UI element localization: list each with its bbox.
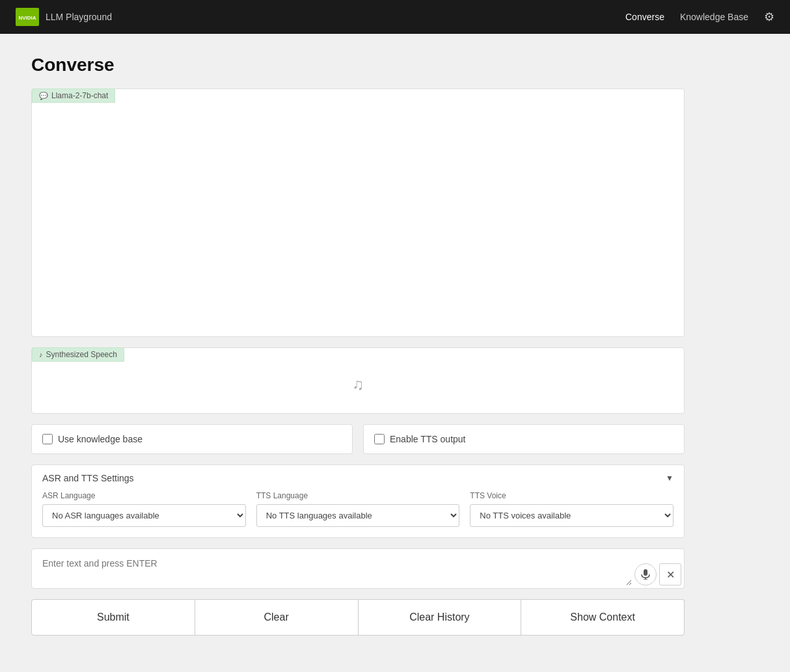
logo-box: NVIDIA	[16, 8, 39, 26]
settings-header[interactable]: ASR and TTS Settings ▼	[32, 465, 684, 491]
header-left: NVIDIA LLM Playground	[16, 8, 112, 26]
tts-voice-label: TTS Voice	[470, 491, 674, 500]
show-context-button[interactable]: Show Context	[521, 599, 685, 636]
tts-language-label: TTS Language	[256, 491, 460, 500]
music-icon: ♫	[352, 375, 364, 394]
asr-language-field: ASR Language No ASR languages available	[42, 491, 246, 527]
checkbox-row: Use knowledge base Enable TTS output	[31, 424, 685, 454]
speech-panel-label-text: Synthesized Speech	[46, 350, 117, 359]
text-input[interactable]	[34, 552, 632, 585]
chevron-down-icon: ▼	[666, 474, 674, 483]
speech-panel-icon: ♪	[39, 351, 43, 358]
knowledge-base-label[interactable]: Use knowledge base	[58, 434, 143, 444]
svg-rect-2	[644, 569, 647, 576]
clear-button[interactable]: Clear	[195, 599, 359, 636]
header: NVIDIA LLM Playground Converse Knowledge…	[0, 0, 790, 34]
knowledge-base-panel: Use knowledge base	[31, 424, 353, 454]
asr-language-label: ASR Language	[42, 491, 246, 500]
nav-knowledge-base[interactable]: Knowledge Base	[680, 12, 748, 22]
microphone-icon	[641, 569, 650, 580]
speech-content: ♫	[32, 348, 684, 413]
tts-language-field: TTS Language No TTS languages available	[256, 491, 460, 527]
tts-output-label[interactable]: Enable TTS output	[390, 434, 465, 444]
nav-converse[interactable]: Converse	[625, 12, 664, 22]
tts-voice-field: TTS Voice No TTS voices available	[470, 491, 674, 527]
chat-panel-label: 💬 Llama-2-7b-chat	[32, 88, 115, 103]
clear-input-button[interactable]: ✕	[659, 563, 681, 585]
nvidia-logo: NVIDIA	[16, 8, 39, 26]
chat-panel-icon: 💬	[39, 92, 48, 100]
knowledge-base-checkbox[interactable]	[42, 434, 53, 444]
asr-language-select[interactable]: No ASR languages available	[42, 504, 246, 527]
settings-title: ASR and TTS Settings	[42, 473, 134, 483]
app-title: LLM Playground	[46, 12, 112, 22]
chat-panel-label-text: Llama-2-7b-chat	[51, 91, 108, 100]
submit-button[interactable]: Submit	[31, 599, 195, 636]
microphone-button[interactable]	[634, 563, 657, 585]
asr-tts-settings-panel: ASR and TTS Settings ▼ ASR Language No A…	[31, 464, 685, 538]
speech-panel: ♪ Synthesized Speech ♫	[31, 347, 685, 414]
svg-text:NVIDIA: NVIDIA	[18, 15, 36, 21]
nvidia-icon: NVIDIA	[18, 11, 36, 23]
tts-output-checkbox[interactable]	[374, 434, 385, 444]
action-buttons: Submit Clear Clear History Show Context	[31, 599, 685, 636]
tts-voice-select[interactable]: No TTS voices available	[470, 504, 674, 527]
chat-area	[32, 89, 684, 336]
header-nav: Converse Knowledge Base ⚙	[625, 10, 774, 24]
page-title: Converse	[31, 55, 685, 75]
tts-output-panel: Enable TTS output	[363, 424, 685, 454]
speech-panel-label: ♪ Synthesized Speech	[32, 347, 124, 362]
chat-panel: 💬 Llama-2-7b-chat	[31, 88, 685, 337]
settings-icon[interactable]: ⚙	[764, 10, 774, 24]
input-area: ✕	[31, 548, 685, 589]
settings-body: ASR Language No ASR languages available …	[32, 491, 684, 537]
main-content: Converse 💬 Llama-2-7b-chat ♪ Synthesized…	[0, 34, 716, 662]
clear-history-button[interactable]: Clear History	[359, 599, 522, 636]
tts-language-select[interactable]: No TTS languages available	[256, 504, 460, 527]
